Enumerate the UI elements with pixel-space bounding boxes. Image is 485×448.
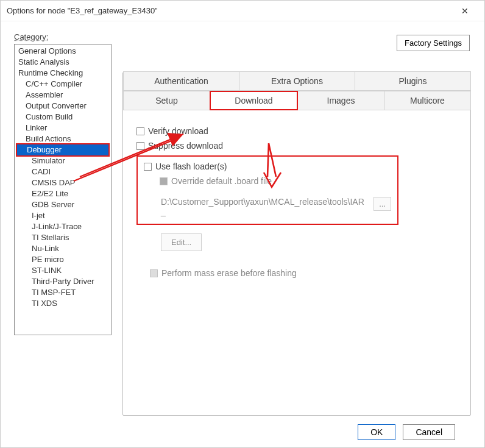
category-item-linker[interactable]: Linker	[16, 123, 110, 133]
checkbox-icon	[144, 163, 152, 171]
body: Category: General OptionsStatic Analysis…	[1, 21, 484, 447]
factory-settings-button[interactable]: Factory Settings	[397, 35, 470, 51]
override-board-file-label: Override default .board file	[171, 176, 272, 186]
category-item-ti-xds[interactable]: TI XDS	[16, 298, 110, 309]
category-item-third-party-driver[interactable]: Third-Party Driver	[16, 276, 110, 287]
category-item-cmsis-dap[interactable]: CMSIS DAP	[16, 177, 110, 188]
use-flash-loader-block: Use flash loader(s) Override default .bo…	[136, 155, 398, 225]
verify-download-label: Verify download	[148, 126, 208, 136]
category-label: Category:	[14, 32, 112, 41]
cancel-button[interactable]: Cancel	[403, 424, 455, 440]
category-item-cadi[interactable]: CADI	[16, 166, 110, 177]
suppress-download-row[interactable]: Suppress download	[136, 141, 457, 151]
verify-download-row[interactable]: Verify download	[136, 126, 457, 136]
category-list[interactable]: General OptionsStatic AnalysisRuntime Ch…	[14, 44, 112, 335]
category-item-static-analysis[interactable]: Static Analysis	[16, 57, 110, 68]
category-item-assembler[interactable]: Assembler	[16, 90, 110, 101]
window-title: Options for node "E3_ref_gateway_E3430"	[7, 6, 158, 15]
checkbox-icon	[150, 269, 158, 277]
category-item-nu-link[interactable]: Nu-Link	[16, 243, 110, 254]
mass-erase-label: Perform mass erase before flashing	[161, 268, 297, 278]
use-flash-loader-label: Use flash loader(s)	[155, 162, 227, 171]
category-item-custom-build[interactable]: Custom Build	[16, 112, 110, 123]
category-item-gdb-server[interactable]: GDB Server	[16, 199, 110, 210]
category-item-e2-e2-lite[interactable]: E2/E2 Lite	[16, 188, 110, 199]
category-item-i-jet[interactable]: I-jet	[16, 210, 110, 221]
footer: OK Cancel	[14, 422, 471, 440]
options-panel: AuthenticationExtra OptionsPlugins Setup…	[122, 72, 471, 416]
category-item-ti-stellaris[interactable]: TI Stellaris	[16, 232, 110, 243]
edit-button: Edit...	[161, 233, 202, 251]
options-dialog: Options for node "E3_ref_gateway_E3430" …	[0, 0, 485, 448]
ok-button[interactable]: OK	[358, 424, 395, 440]
category-item-runtime-checking[interactable]: Runtime Checking	[16, 68, 110, 79]
category-item-pe-micro[interactable]: PE micro	[16, 254, 110, 265]
checkbox-icon	[136, 127, 144, 135]
browse-button: ...	[373, 197, 391, 211]
checkbox-icon	[160, 177, 168, 185]
suppress-download-label: Suppress download	[148, 141, 223, 151]
override-board-file-row: Override default .board file	[160, 176, 391, 186]
category-item-j-link-j-trace[interactable]: J-Link/J-Trace	[16, 221, 110, 232]
tab-download[interactable]: Download	[210, 91, 298, 110]
category-item-st-link[interactable]: ST-LINK	[16, 265, 110, 276]
category-item-c-c-compiler[interactable]: C/C++ Compiler	[16, 79, 110, 90]
board-file-path: D:\Customer_Support\yaxun\MCAL_release\t…	[161, 197, 367, 216]
checkbox-icon	[136, 142, 144, 150]
category-item-output-converter[interactable]: Output Converter	[16, 101, 110, 112]
titlebar: Options for node "E3_ref_gateway_E3430" …	[1, 1, 484, 21]
category-item-general-options[interactable]: General Options	[16, 46, 110, 57]
close-icon[interactable]: ✕	[451, 2, 478, 20]
category-item-simulator[interactable]: Simulator	[16, 155, 110, 166]
mass-erase-row: Perform mass erase before flashing	[150, 268, 457, 278]
category-item-ti-msp-fet[interactable]: TI MSP-FET	[16, 287, 110, 298]
category-item-debugger[interactable]: Debugger	[16, 143, 110, 157]
use-flash-loader-row[interactable]: Use flash loader(s)	[144, 162, 391, 171]
